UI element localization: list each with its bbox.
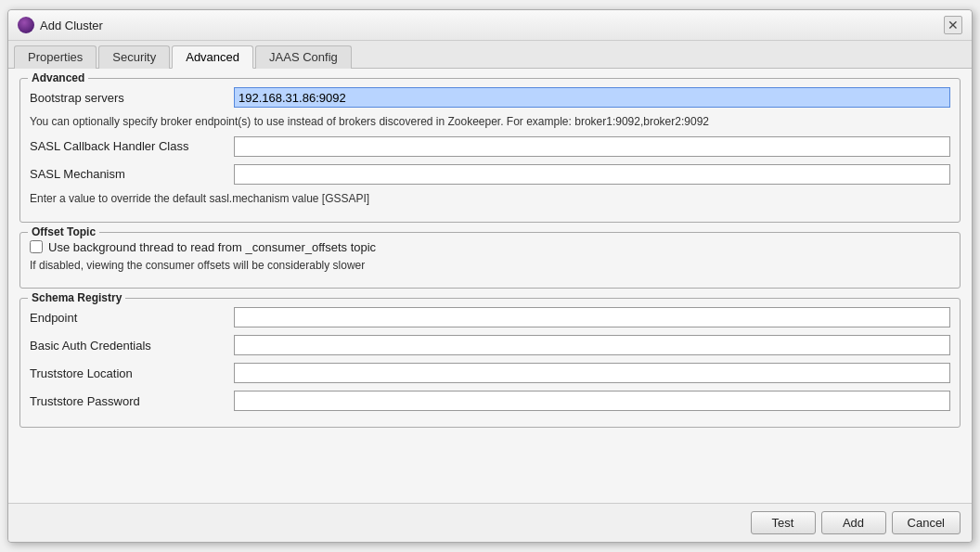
advanced-group-title: Advanced — [28, 71, 88, 84]
dialog-footer: Test Add Cancel — [8, 503, 972, 542]
tab-jaas-config[interactable]: JAAS Config — [255, 45, 352, 69]
sasl-mechanism-input[interactable] — [234, 164, 950, 185]
basic-auth-label: Basic Auth Credentials — [30, 339, 234, 353]
truststore-location-label: Truststore Location — [30, 366, 234, 380]
offset-topic-group: Offset Topic Use background thread to re… — [19, 232, 961, 289]
title-bar-left: Add Cluster — [18, 17, 103, 33]
truststore-location-row: Truststore Location — [30, 362, 950, 384]
add-button[interactable]: Add — [821, 511, 886, 534]
truststore-password-input[interactable] — [234, 391, 950, 411]
basic-auth-input[interactable] — [234, 335, 950, 355]
bootstrap-servers-row: Bootstrap servers — [30, 86, 950, 109]
offset-topic-checkbox[interactable] — [30, 240, 43, 253]
truststore-location-input[interactable] — [234, 363, 950, 383]
bootstrap-servers-info: You can optionally specify broker endpoi… — [30, 114, 950, 130]
sasl-callback-input[interactable] — [234, 136, 950, 157]
advanced-group: Advanced Bootstrap servers You can optio… — [19, 78, 961, 223]
app-icon — [18, 17, 34, 33]
tab-properties[interactable]: Properties — [14, 45, 97, 69]
sasl-mechanism-row: SASL Mechanism — [30, 163, 950, 186]
truststore-password-label: Truststore Password — [30, 394, 234, 408]
title-bar: Add Cluster ✕ — [8, 10, 972, 41]
tabs-bar: Properties Security Advanced JAAS Config — [8, 41, 972, 69]
sasl-callback-row: SASL Callback Handler Class — [30, 135, 950, 158]
sasl-callback-label: SASL Callback Handler Class — [30, 139, 234, 153]
close-button[interactable]: ✕ — [944, 16, 962, 34]
bootstrap-servers-input[interactable] — [234, 87, 950, 108]
endpoint-input[interactable] — [234, 307, 950, 327]
offset-topic-checkbox-row: Use background thread to read from _cons… — [30, 240, 950, 254]
endpoint-row: Endpoint — [30, 306, 950, 328]
sasl-mechanism-label: SASL Mechanism — [30, 167, 234, 181]
offset-topic-checkbox-label: Use background thread to read from _cons… — [48, 240, 376, 254]
schema-registry-group: Schema Registry Endpoint Basic Auth Cred… — [19, 298, 961, 428]
offset-topic-info: If disabled, viewing the consumer offset… — [30, 258, 950, 274]
basic-auth-row: Basic Auth Credentials — [30, 334, 950, 356]
endpoint-label: Endpoint — [30, 311, 234, 325]
bootstrap-servers-label: Bootstrap servers — [30, 91, 234, 105]
cancel-button[interactable]: Cancel — [892, 511, 961, 534]
sasl-mechanism-info: Enter a value to override the default sa… — [30, 191, 950, 207]
schema-registry-group-title: Schema Registry — [28, 291, 125, 304]
offset-topic-group-title: Offset Topic — [28, 225, 99, 238]
add-cluster-dialog: Add Cluster ✕ Properties Security Advanc… — [7, 9, 973, 543]
truststore-password-row: Truststore Password — [30, 390, 950, 412]
tab-advanced[interactable]: Advanced — [172, 45, 253, 69]
tab-content: Advanced Bootstrap servers You can optio… — [8, 69, 972, 503]
tab-security[interactable]: Security — [98, 45, 170, 69]
test-button[interactable]: Test — [751, 511, 816, 534]
dialog-title: Add Cluster — [40, 19, 103, 32]
